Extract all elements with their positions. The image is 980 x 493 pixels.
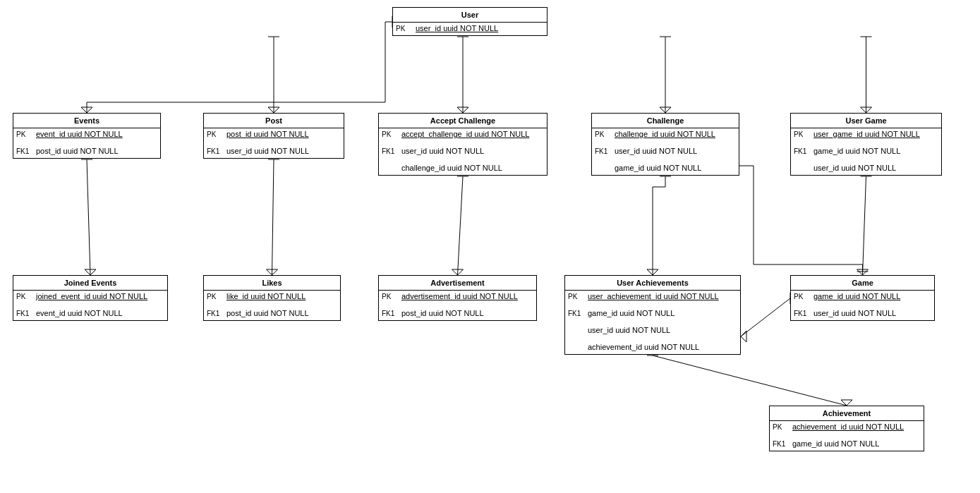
entity-accept_challenge-row-2: FK1user_id uuid NOT NULL	[379, 145, 547, 158]
entity-user-row-0: PKuser_id uuid NOT NULL	[393, 23, 547, 35]
entity-user_achievements-field-0: user_achievement_id uuid NOT NULL	[588, 292, 737, 300]
entity-challenge-field-4: game_id uuid NOT NULL	[615, 164, 736, 172]
entity-user_achievements-row-6: achievement_id uuid NOT NULL	[565, 341, 740, 354]
entity-joined_events-row-2: FK1event_id uuid NOT NULL	[13, 308, 167, 320]
entity-events: EventsPKevent_id uuid NOT NULLFK1post_id…	[13, 113, 161, 159]
entity-advertisement-key-2: FK1	[382, 309, 401, 317]
entity-advertisement-field-0: advertisement_id uuid NOT NULL	[401, 292, 533, 300]
entity-achievement-row-0: PKachievement_id uuid NOT NULL	[770, 421, 924, 434]
entity-user_game-row-0: PKuser_game_id uuid NOT NULL	[791, 128, 941, 141]
entity-events-row-2: FK1post_id uuid NOT NULL	[13, 145, 160, 158]
entity-accept_challenge-field-4: challenge_id uuid NOT NULL	[401, 164, 544, 172]
entity-likes-key-0: PK	[207, 292, 226, 300]
entity-game-key-2: FK1	[794, 309, 813, 317]
entity-user_game-key-2: FK1	[794, 147, 813, 155]
entity-user_achievements-field-2: game_id uuid NOT NULL	[588, 309, 737, 317]
entity-accept_challenge-field-2: user_id uuid NOT NULL	[401, 147, 544, 155]
entity-challenge-title: Challenge	[592, 114, 739, 128]
entity-accept_challenge-field-0: accept_challenge_id uuid NOT NULL	[401, 130, 544, 138]
entity-achievement-row-2: FK1game_id uuid NOT NULL	[770, 438, 924, 451]
entity-likes-key-2: FK1	[207, 309, 226, 317]
entity-user_achievements-row-2: FK1game_id uuid NOT NULL	[565, 308, 740, 320]
entity-post-field-0: post_id uuid NOT NULL	[226, 130, 341, 138]
entity-accept_challenge-title: Accept Challenge	[379, 114, 547, 128]
entity-post-field-2: user_id uuid NOT NULL	[226, 147, 341, 155]
entity-game-field-0: game_id uuid NOT NULL	[813, 292, 931, 300]
entity-user-field-0: user_id uuid NOT NULL	[416, 24, 544, 32]
entity-user_game-row-4: user_id uuid NOT NULL	[791, 162, 941, 175]
entity-user_achievements-key-0: PK	[568, 292, 588, 300]
entity-user: UserPKuser_id uuid NOT NULL	[392, 7, 548, 36]
entity-achievement: AchievementPKachievement_id uuid NOT NUL…	[769, 406, 924, 451]
entity-user_achievements-row-4: user_id uuid NOT NULL	[565, 324, 740, 337]
entity-joined_events-title: Joined Events	[13, 276, 167, 291]
entity-game-row-0: PKgame_id uuid NOT NULL	[791, 291, 934, 303]
entity-likes-row-2: FK1post_id uuid NOT NULL	[204, 308, 340, 320]
entity-events-title: Events	[13, 114, 160, 128]
entity-user_game-title: User Game	[791, 114, 941, 128]
erd-diagram: UserPKuser_id uuid NOT NULLEventsPKevent…	[0, 0, 980, 493]
entity-events-key-2: FK1	[16, 147, 36, 155]
entity-game-key-0: PK	[794, 292, 813, 300]
entity-challenge-field-0: challenge_id uuid NOT NULL	[615, 130, 736, 138]
entity-events-field-0: event_id uuid NOT NULL	[36, 130, 157, 138]
entity-accept_challenge-row-0: PKaccept_challenge_id uuid NOT NULL	[379, 128, 547, 141]
entity-joined_events-row-0: PKjoined_event_id uuid NOT NULL	[13, 291, 167, 303]
entity-advertisement-row-2: FK1post_id uuid NOT NULL	[379, 308, 536, 320]
entity-likes-field-0: like_id uuid NOT NULL	[226, 292, 337, 300]
entity-accept_challenge-key-2: FK1	[382, 147, 401, 155]
entity-user-key-0: PK	[396, 24, 416, 32]
entity-joined_events-key-2: FK1	[16, 309, 36, 317]
entity-advertisement: AdvertisementPKadvertisement_id uuid NOT…	[378, 275, 537, 321]
entity-post-row-0: PKpost_id uuid NOT NULL	[204, 128, 344, 141]
entity-accept_challenge-row-4: challenge_id uuid NOT NULL	[379, 162, 547, 175]
entity-joined_events-key-0: PK	[16, 292, 36, 300]
entity-user_game-field-2: game_id uuid NOT NULL	[813, 147, 938, 155]
entity-likes: LikesPKlike_id uuid NOT NULLFK1post_id u…	[203, 275, 341, 321]
entity-user_game-key-4	[794, 164, 813, 164]
entity-accept_challenge-key-0: PK	[382, 130, 401, 138]
entity-joined_events-field-0: joined_event_id uuid NOT NULL	[36, 292, 164, 300]
entity-user_achievements-key-4	[568, 326, 588, 327]
entity-user_achievements: User AchievementsPKuser_achievement_id u…	[564, 275, 741, 355]
entity-achievement-key-2: FK1	[773, 439, 792, 448]
entity-game: GamePKgame_id uuid NOT NULLFK1user_id uu…	[790, 275, 935, 321]
entity-user_game-field-0: user_game_id uuid NOT NULL	[813, 130, 938, 138]
entity-post-row-2: FK1user_id uuid NOT NULL	[204, 145, 344, 158]
entity-user_game-key-0: PK	[794, 130, 813, 138]
entity-achievement-key-0: PK	[773, 422, 792, 431]
entity-accept_challenge: Accept ChallengePKaccept_challenge_id uu…	[378, 113, 548, 176]
entity-post-key-2: FK1	[207, 147, 226, 155]
entity-joined_events-field-2: event_id uuid NOT NULL	[36, 309, 164, 317]
entity-advertisement-title: Advertisement	[379, 276, 536, 291]
entity-likes-row-0: PKlike_id uuid NOT NULL	[204, 291, 340, 303]
entity-challenge-field-2: user_id uuid NOT NULL	[615, 147, 736, 155]
entity-user_achievements-key-2: FK1	[568, 309, 588, 317]
entity-events-field-2: post_id uuid NOT NULL	[36, 147, 157, 155]
entity-achievement-field-0: achievement_id uuid NOT NULL	[792, 422, 921, 431]
entity-user_game-row-2: FK1game_id uuid NOT NULL	[791, 145, 941, 158]
entity-user_game: User GamePKuser_game_id uuid NOT NULLFK1…	[790, 113, 942, 176]
entity-user_game-field-4: user_id uuid NOT NULL	[813, 164, 938, 172]
entity-events-key-0: PK	[16, 130, 36, 138]
entity-likes-title: Likes	[204, 276, 340, 291]
entity-user_achievements-field-6: achievement_id uuid NOT NULL	[588, 343, 737, 351]
entity-challenge: ChallengePKchallenge_id uuid NOT NULLFK1…	[591, 113, 739, 176]
entity-advertisement-field-2: post_id uuid NOT NULL	[401, 309, 533, 317]
entity-game-title: Game	[791, 276, 934, 291]
entity-user_achievements-field-4: user_id uuid NOT NULL	[588, 326, 737, 334]
entity-events-row-0: PKevent_id uuid NOT NULL	[13, 128, 160, 141]
entity-accept_challenge-key-4	[382, 164, 401, 164]
entity-challenge-row-0: PKchallenge_id uuid NOT NULL	[592, 128, 739, 141]
entity-post-title: Post	[204, 114, 344, 128]
entity-challenge-key-4	[595, 164, 615, 164]
entity-game-field-2: user_id uuid NOT NULL	[813, 309, 931, 317]
entity-challenge-row-2: FK1user_id uuid NOT NULL	[592, 145, 739, 158]
entity-advertisement-row-0: PKadvertisement_id uuid NOT NULL	[379, 291, 536, 303]
entity-likes-field-2: post_id uuid NOT NULL	[226, 309, 337, 317]
entity-joined_events: Joined EventsPKjoined_event_id uuid NOT …	[13, 275, 168, 321]
entity-challenge-key-2: FK1	[595, 147, 615, 155]
entity-game-row-2: FK1user_id uuid NOT NULL	[791, 308, 934, 320]
entity-achievement-field-2: game_id uuid NOT NULL	[792, 439, 921, 448]
entity-post: PostPKpost_id uuid NOT NULLFK1user_id uu…	[203, 113, 344, 159]
